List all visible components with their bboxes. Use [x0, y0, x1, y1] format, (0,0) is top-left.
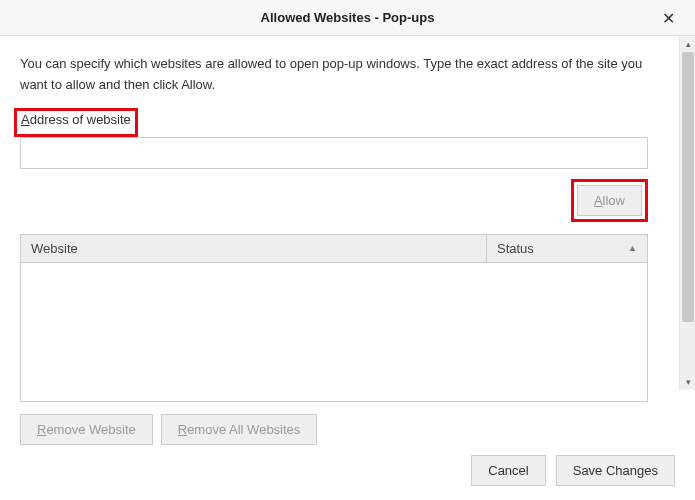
dialog-titlebar: Allowed Websites - Pop-ups ✕	[0, 0, 695, 36]
footer-buttons: Cancel Save Changes	[471, 455, 675, 486]
address-input[interactable]	[20, 137, 648, 169]
save-changes-button[interactable]: Save Changes	[556, 455, 675, 486]
close-icon[interactable]: ✕	[654, 4, 683, 31]
cancel-button[interactable]: Cancel	[471, 455, 545, 486]
table-body[interactable]	[21, 263, 647, 401]
dialog-content: You can specify which websites are allow…	[0, 36, 695, 500]
column-header-website-label: Website	[31, 241, 78, 256]
dialog-title: Allowed Websites - Pop-ups	[261, 10, 435, 25]
address-label: Address of website	[21, 112, 131, 127]
remove-buttons-row: Remove Website Remove All Websites	[20, 414, 675, 445]
sort-caret-icon: ▲	[628, 243, 637, 253]
column-header-status[interactable]: Status ▲	[487, 235, 647, 262]
allow-button[interactable]: Allow	[577, 185, 642, 216]
address-label-highlight: Address of website	[14, 108, 138, 137]
allow-row: Allow	[20, 179, 648, 222]
column-header-website[interactable]: Website	[21, 235, 487, 262]
allow-button-highlight: Allow	[571, 179, 648, 222]
remove-website-button[interactable]: Remove Website	[20, 414, 153, 445]
websites-table: Website Status ▲	[20, 234, 648, 402]
column-header-status-label: Status	[497, 241, 534, 256]
table-header: Website Status ▲	[21, 235, 647, 263]
address-label-wrapper: Address of website	[20, 108, 675, 137]
description-text: You can specify which websites are allow…	[20, 54, 675, 96]
remove-all-websites-button[interactable]: Remove All Websites	[161, 414, 318, 445]
